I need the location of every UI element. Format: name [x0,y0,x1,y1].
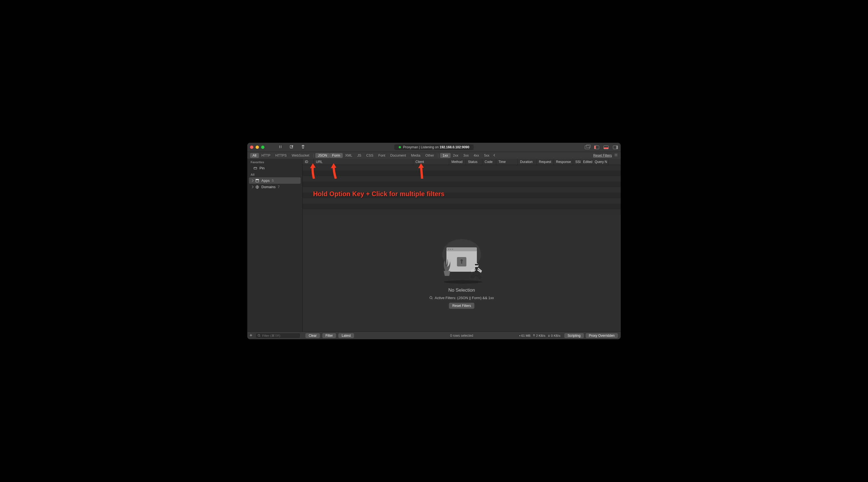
table-row[interactable] [303,182,621,187]
filter-overflow-button[interactable] [493,154,496,157]
zoom-window-button[interactable] [261,146,265,149]
annotation-text: Hold Option Key + Click for multiple fil… [313,190,444,198]
column-header-time[interactable]: Time [496,159,518,164]
annotation-arrow-icon [416,163,426,179]
titlebar: Proxyman | Listening on 192.168.0.102:90… [247,143,621,152]
pause-capture-button[interactable] [278,145,282,150]
filter-content-form[interactable]: Form [330,153,343,158]
filter-settings-button[interactable] [614,153,618,158]
layout-left-panel-button[interactable] [594,146,599,149]
filter-bar: AllHTTPHTTPSWebSocket JSONFormXMLJSCSSFo… [247,152,621,159]
filter-separator [313,154,314,157]
sidebar-item-pin[interactable]: Pin [247,165,302,171]
search-icon [257,334,260,337]
column-header-request[interactable]: Request [537,159,554,164]
annotation-arrow-icon [309,163,319,179]
filter-protocol-all[interactable]: All [250,153,259,158]
search-placeholder: Filter (⌘⇧F) [262,334,280,337]
filter-status-2xx[interactable]: 2xx [451,153,461,158]
compose-button[interactable] [289,145,294,150]
content-area: IDURLClientMethodStatusCodeTimeDurationR… [303,159,621,331]
latest-button[interactable]: Latest [338,333,354,338]
svg-rect-4 [256,179,259,180]
status-pill-proxy-overridden[interactable]: Proxy Overridden [586,333,618,338]
layout-duplicate-button[interactable] [585,146,590,149]
chevron-right-icon [251,186,254,188]
table-row[interactable] [303,209,621,215]
sidebar-item-label: Domains [261,185,276,189]
table-row[interactable] [303,204,621,209]
table-row[interactable] [303,198,621,204]
layout-right-panel-button[interactable] [613,146,618,149]
column-header-url[interactable]: URL [314,159,413,164]
minimize-window-button[interactable] [256,146,259,149]
reset-filters-button[interactable]: Reset Filters [449,303,474,309]
column-header-response[interactable]: Response [554,159,573,164]
table-row[interactable] [303,171,621,176]
reset-filters-link[interactable]: Reset Filters [593,154,612,157]
sidebar-item-count: 5 [272,179,274,183]
status-dot-icon [399,146,401,148]
svg-rect-16 [475,264,478,265]
filter-protocol-https[interactable]: HTTPS [273,153,289,158]
empty-subtitle: Active Filters: (JSON || Form) && 1xx [429,296,494,300]
table-row[interactable] [303,176,621,182]
sidebar-filter-input[interactable]: Filter (⌘⇧F) [256,333,301,338]
filter-content-xml[interactable]: XML [343,153,355,158]
filter-content-json[interactable]: JSON [315,153,330,158]
filter-content-css[interactable]: CSS [364,153,376,158]
svg-point-10 [450,249,451,250]
app-window: Proxyman | Listening on 192.168.0.102:90… [247,143,621,339]
empty-illustration [435,238,488,285]
filter-status-1xx[interactable]: 1xx [440,153,450,158]
filter-protocol-http[interactable]: HTTP [259,153,273,158]
close-window-button[interactable] [250,146,253,149]
table-body [303,165,621,215]
column-header-duration[interactable]: Duration [518,159,537,164]
window-title[interactable]: Proxyman | Listening on 192.168.0.102:90… [394,145,473,150]
filter-content-font[interactable]: Font [376,153,388,158]
clear-button[interactable]: Clear [305,333,320,338]
filter-content-js[interactable]: JS [354,153,364,158]
sidebar-item-domains[interactable]: Domains 7 [247,184,302,190]
column-header-query-n[interactable]: Query N [592,159,609,164]
add-button[interactable]: + [249,333,254,338]
sidebar-item-label: Apps [261,178,270,183]
svg-rect-14 [461,261,462,264]
filter-status-4xx[interactable]: 4xx [471,153,481,158]
column-header-ssl[interactable]: SSL [573,159,581,164]
column-header-edited[interactable]: Edited [581,159,592,164]
footer: + Filter (⌘⇧F) ClearFilterLatest • 61 MB… [247,331,621,339]
svg-point-17 [444,280,483,283]
sidebar-section-all: All [247,171,302,177]
empty-title: No Selection [448,288,475,293]
svg-point-1 [616,154,617,155]
column-header-status[interactable]: Status [466,159,483,164]
filter-content-other[interactable]: Other [423,153,436,158]
trash-button[interactable] [301,145,305,150]
sidebar-section-favorites: Favorites [247,159,302,165]
filter-button[interactable]: Filter [322,333,336,338]
download-speed: 0 KB/s [551,334,560,337]
layout-bottom-panel-button[interactable] [603,146,609,149]
sidebar: Favorites Pin All Apps 5 Domains 7 [247,159,303,331]
svg-point-9 [448,249,449,250]
sidebar-item-count: 7 [278,185,280,189]
empty-state: No Selection Active Filters: (JSON || Fo… [303,215,621,331]
table-row[interactable] [303,165,621,171]
filter-protocol-websocket[interactable]: WebSocket [289,153,312,158]
traffic-lights [250,146,265,149]
filter-status-5xx[interactable]: 5xx [482,153,492,158]
sidebar-item-apps[interactable]: Apps 5 [249,177,301,184]
column-header-code[interactable]: Code [483,159,496,164]
filter-content-media[interactable]: Media [408,153,423,158]
sidebar-item-label: Pin [259,166,265,170]
upload-speed: 2 KB/s [536,334,546,337]
column-header-method[interactable]: Method [449,159,466,164]
status-pill-scripting[interactable]: Scripting [564,333,584,338]
svg-point-11 [452,249,453,250]
svg-point-18 [430,296,432,299]
search-icon [429,296,433,300]
filter-content-document[interactable]: Document [388,153,408,158]
filter-status-3xx[interactable]: 3xx [461,153,471,158]
